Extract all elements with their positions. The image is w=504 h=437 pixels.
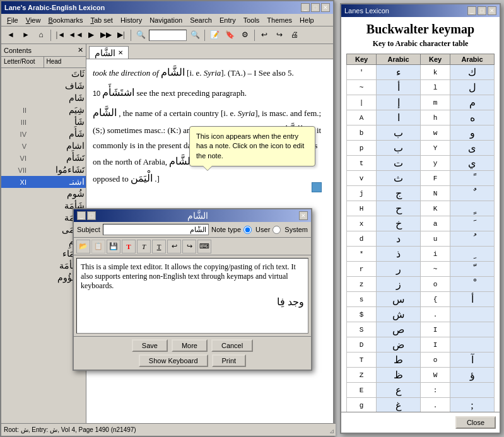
keymap-close-title[interactable]: ✕ (488, 6, 496, 15)
note-redo-tool[interactable]: ↪ (182, 240, 196, 253)
col-header-arabic2: Arabic (450, 54, 495, 65)
note-keyboard-button[interactable]: ⌨ (197, 240, 211, 253)
arabic-cell: ّ (450, 262, 495, 277)
note-undo-tool[interactable]: ↩ (167, 240, 181, 253)
arabic-cell: آ (450, 353, 495, 368)
key-cell: { (420, 292, 450, 307)
minimize-button[interactable]: _ (301, 3, 310, 12)
col-letter-root: Letter/Root (1, 57, 44, 67)
list-item[interactable]: IV شَأَم (1, 128, 86, 140)
menu-history[interactable]: History (117, 16, 145, 25)
keymap-close-button[interactable]: Close (455, 416, 496, 429)
arabic-inline-2: اشتَشَأَم (102, 87, 134, 98)
keymap-main-title: Buckwalter keymap (346, 22, 495, 37)
list-item[interactable]: VII تَشَاءمُوا (1, 164, 86, 176)
arabic-cell: ; (450, 398, 495, 412)
menu-themes[interactable]: Themes (264, 16, 295, 25)
settings-button[interactable]: ⚙ (238, 28, 252, 42)
note-close[interactable]: ✕ (299, 211, 308, 220)
note-underline-button[interactable]: T (152, 240, 166, 253)
print-button[interactable]: Print (212, 354, 247, 367)
arabic-cell: ش (377, 307, 421, 322)
note-icon[interactable]: 📝 (208, 28, 221, 42)
back-button[interactable]: ◄ (4, 28, 18, 42)
menu-bookmarks[interactable]: Bookmarks (45, 16, 86, 25)
close-button[interactable]: ✕ (321, 3, 330, 12)
zoom-out-button[interactable]: 🔍 (188, 28, 202, 42)
redo-button[interactable]: ↪ (273, 28, 286, 42)
note-maximize[interactable]: □ (87, 211, 96, 220)
menu-search[interactable]: Search (187, 16, 215, 25)
play-button[interactable]: ▶ (84, 28, 98, 42)
menu-help[interactable]: Help (296, 16, 317, 25)
key-cell: m (420, 95, 450, 110)
system-radio[interactable] (273, 226, 281, 234)
menu-tabset[interactable]: Tab set (87, 16, 115, 25)
key-cell: F (420, 171, 450, 186)
prev2-button[interactable]: ◄◄ (69, 28, 83, 42)
note-bold-button[interactable]: T (122, 240, 136, 253)
cancel-button[interactable]: Cancel (211, 339, 253, 352)
table-row: g غ . ; (347, 398, 495, 412)
next-button[interactable]: ▶| (114, 28, 128, 42)
bookmark-button[interactable]: 🔖 (223, 28, 237, 42)
list-item[interactable]: V اشام (1, 140, 86, 152)
arabic-cell: غ (377, 398, 421, 412)
keymap-maximize[interactable]: □ (478, 6, 486, 15)
menu-file[interactable]: File (4, 16, 21, 25)
tab-close-button[interactable]: ✕ (118, 49, 123, 56)
zoom-in-button[interactable]: 🔍 (134, 28, 148, 42)
resize-handle[interactable]: ⊿ (329, 428, 334, 434)
keymap-minimize[interactable]: _ (467, 6, 476, 15)
history-button[interactable]: ↩ (257, 28, 271, 42)
show-keyboard-button[interactable]: Show Keyboard (139, 354, 208, 367)
list-item[interactable]: ثَاتَ (1, 68, 86, 80)
list-item[interactable]: شَام (1, 92, 86, 104)
prev-button[interactable]: |◄ (54, 28, 67, 42)
list-item[interactable]: شُوم (1, 188, 86, 200)
table-row: S ص I (347, 322, 495, 337)
menu-tools[interactable]: Tools (240, 16, 263, 25)
tab-active[interactable]: الشَّام ✕ (89, 46, 129, 59)
forward-button[interactable]: ► (19, 28, 33, 42)
note-indicator-icon[interactable] (312, 182, 322, 192)
sidebar-close[interactable]: ✕ (78, 46, 83, 54)
arabic-cell: ض (377, 337, 421, 353)
home-button[interactable]: ⌂ (34, 28, 48, 42)
note-italic-button[interactable]: T (137, 240, 151, 253)
note-minimize[interactable]: _ (77, 211, 86, 220)
more-button[interactable]: More (172, 339, 208, 352)
list-item[interactable]: VI تَشَأَم (1, 152, 86, 164)
user-radio[interactable] (243, 226, 252, 234)
note-open-button[interactable]: 📂 (76, 240, 90, 253)
note-toolbar: 📂 📋 💾 T T T ↩ ↪ ⌨ (74, 238, 311, 255)
menu-view[interactable]: View (23, 16, 44, 25)
user-option-label: User (255, 226, 270, 233)
note-editor[interactable]: This is a simple text editor. It allows … (76, 258, 308, 334)
arabic-cell: ظ (377, 368, 421, 383)
toolbar-separator-4 (254, 30, 255, 41)
print-button[interactable]: 🖨 (288, 28, 302, 42)
maximize-button[interactable]: □ (311, 3, 320, 12)
list-item[interactable]: شَاف (1, 80, 86, 92)
note-editor-text: This is a simple text editor. It allows … (81, 262, 296, 290)
note-tool-2[interactable]: 📋 (91, 240, 105, 253)
save-button[interactable]: Save (132, 339, 168, 352)
keymap-content: Buckwalter keymap Key to Arabic characte… (341, 17, 500, 412)
col-header-key1: Key (347, 54, 377, 65)
menu-entry[interactable]: Entry (216, 16, 239, 25)
key-cell: o (420, 277, 450, 292)
list-item[interactable]: III شَأ (1, 116, 86, 128)
search-box[interactable] (149, 30, 187, 41)
menu-navigation[interactable]: Navigation (146, 16, 185, 25)
note-save-tool[interactable]: 💾 (107, 240, 120, 253)
table-row: s س { أ (347, 292, 495, 307)
arabic-inline-3: الشَّام (93, 107, 117, 118)
next2-button[interactable]: ▶▶ (99, 28, 113, 42)
list-item[interactable]: II شِيَم (1, 104, 86, 116)
arabic-cell: أ (450, 292, 495, 307)
list-item-selected[interactable]: XI اشنـ (1, 176, 86, 188)
arabic-cell: و (450, 125, 495, 141)
arabic-cell (450, 307, 495, 322)
subject-input[interactable] (103, 224, 209, 235)
